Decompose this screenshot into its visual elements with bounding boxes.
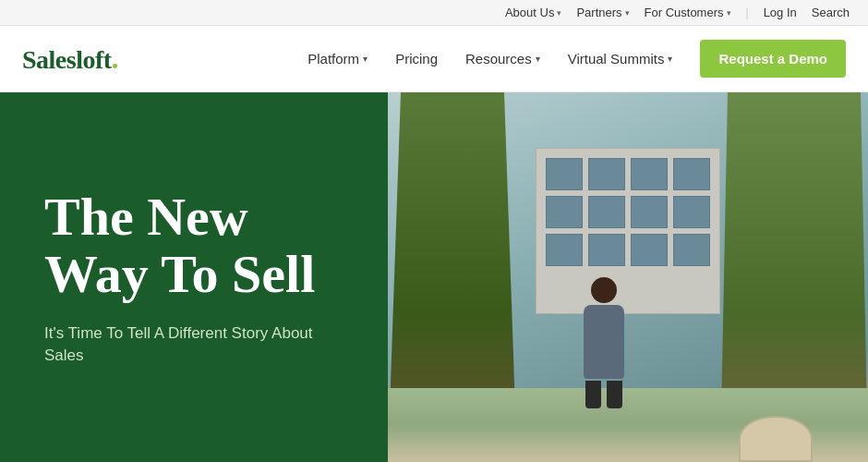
logo-name: Salesloft	[22, 45, 112, 74]
virtual-summits-chevron-icon: ▾	[668, 54, 672, 64]
virtual-summits-label: Virtual Summits	[568, 51, 665, 67]
pricing-label: Pricing	[395, 51, 438, 67]
window-9	[546, 234, 583, 266]
partners-link[interactable]: Partners ▾	[576, 6, 629, 19]
person-leg-right	[607, 381, 622, 408]
person-legs	[585, 381, 622, 408]
resources-chevron-icon: ▾	[536, 54, 540, 64]
window-5	[546, 196, 583, 228]
for-customers-label: For Customers	[645, 6, 724, 19]
person-figure	[576, 277, 632, 407]
logo-dot: .	[112, 42, 119, 75]
hero-image-panel	[388, 92, 868, 462]
nav-separator: |	[746, 6, 749, 19]
about-us-link[interactable]: About Us ▾	[505, 6, 561, 19]
log-in-label: Log In	[764, 6, 797, 19]
resources-link[interactable]: Resources ▾	[454, 43, 551, 74]
resources-label: Resources	[465, 51, 532, 67]
about-us-label: About Us	[505, 6, 554, 19]
platform-link[interactable]: Platform ▾	[296, 43, 379, 74]
request-demo-button[interactable]: Request a Demo	[700, 40, 846, 78]
virtual-summits-link[interactable]: Virtual Summits ▾	[557, 43, 684, 74]
partners-label: Partners	[576, 6, 621, 19]
window-6	[588, 196, 625, 228]
platform-label: Platform	[307, 51, 359, 67]
logo-link[interactable]: Salesloft.	[22, 43, 118, 75]
window-4	[673, 158, 710, 190]
request-demo-label: Request a Demo	[718, 51, 827, 67]
pricing-link[interactable]: Pricing	[384, 43, 449, 74]
window-10	[588, 234, 625, 266]
logo-text: Salesloft.	[22, 43, 118, 75]
search-link[interactable]: Search	[812, 6, 850, 19]
window-2	[588, 158, 625, 190]
window-7	[631, 196, 668, 228]
hero-subtitle: It's Time To Tell A Different Story Abou…	[44, 322, 344, 367]
log-in-link[interactable]: Log In	[764, 6, 797, 19]
search-label: Search	[812, 6, 850, 19]
top-bar: About Us ▾ Partners ▾ For Customers ▾ | …	[0, 0, 868, 26]
hero-section: The New Way To Sell It's Time To Tell A …	[0, 92, 868, 462]
window-1	[546, 158, 583, 190]
hero-left-panel: The New Way To Sell It's Time To Tell A …	[0, 92, 388, 462]
window-3	[631, 158, 668, 190]
for-customers-chevron-icon: ▾	[727, 8, 731, 18]
window-12	[673, 234, 710, 266]
person-head	[591, 277, 617, 303]
platform-chevron-icon: ▾	[363, 54, 368, 64]
window-11	[631, 234, 668, 266]
fountain-decoration	[739, 416, 813, 462]
hero-title: The New Way To Sell	[44, 188, 344, 304]
window-8	[673, 196, 710, 228]
person-body	[584, 305, 624, 379]
main-nav: Salesloft. Platform ▾ Pricing Resources …	[0, 26, 868, 92]
about-us-chevron-icon: ▾	[557, 8, 561, 18]
person-leg-left	[585, 381, 601, 408]
nav-links: Platform ▾ Pricing Resources ▾ Virtual S…	[296, 40, 846, 78]
partners-chevron-icon: ▾	[625, 8, 630, 18]
for-customers-link[interactable]: For Customers ▾	[645, 6, 731, 19]
